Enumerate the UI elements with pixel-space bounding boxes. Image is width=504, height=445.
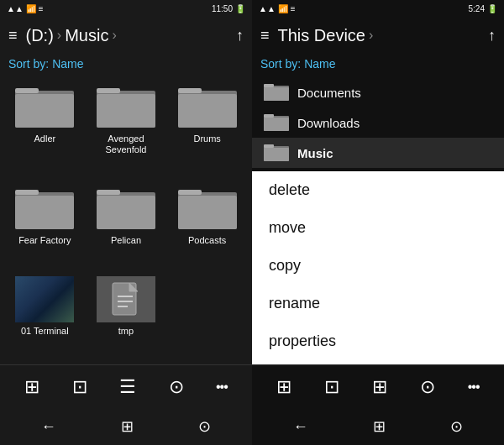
- svg-rect-31: [264, 144, 274, 148]
- left-toolbar-more-icon[interactable]: •••: [216, 380, 228, 395]
- right-toolbar-more-icon[interactable]: •••: [468, 380, 480, 395]
- folder-drums[interactable]: Drums: [171, 84, 244, 177]
- right-breadcrumb: This Device ›: [278, 26, 488, 45]
- right-toolbar-apps-icon[interactable]: ⊞: [372, 376, 387, 398]
- folder-documents-icon: [264, 82, 289, 102]
- right-breadcrumb-sep: ›: [369, 28, 373, 43]
- folder-adler-label: Adler: [34, 134, 55, 144]
- folder-fearfactory[interactable]: Fear Factory: [8, 186, 81, 268]
- left-status-left: ▲▲ 📶 ≡: [7, 4, 44, 13]
- left-status-right: 11:50 🔋: [212, 4, 245, 13]
- left-nav-search-icon[interactable]: ⊙: [198, 417, 211, 436]
- left-toolbar-grid-icon[interactable]: ⊡: [72, 376, 87, 398]
- right-signal-icon: ▲▲: [259, 4, 276, 13]
- svg-rect-16: [178, 196, 237, 229]
- left-folder-grid: Adler AvengedSevenfold Dru: [0, 77, 252, 364]
- right-menu-icon[interactable]: ≡: [260, 27, 270, 44]
- svg-rect-1: [15, 94, 74, 128]
- folder-music[interactable]: Music: [252, 138, 504, 168]
- left-time: 11:50: [212, 4, 233, 13]
- folder-music-icon: [264, 143, 289, 163]
- context-menu-rename[interactable]: rename: [252, 285, 504, 322]
- file-terminal-preview: [15, 276, 74, 322]
- right-status-bar: ▲▲ 📶 ≡ 5:24 🔋: [252, 0, 504, 17]
- right-up-button[interactable]: ↑: [488, 27, 496, 44]
- left-panel: ▲▲ 📶 ≡ 11:50 🔋 ≡ (D:) › Music › ↑ Sort b…: [0, 0, 252, 445]
- left-breadcrumb-drive[interactable]: (D:): [26, 26, 54, 45]
- svg-rect-4: [97, 94, 155, 128]
- left-breadcrumb-sep1: ›: [57, 28, 61, 43]
- folder-pelican[interactable]: Pelican: [90, 186, 163, 268]
- right-nav-home-icon[interactable]: ⊞: [373, 417, 386, 436]
- right-sort-value[interactable]: Name: [304, 57, 335, 71]
- folder-fearfactory-icon: [15, 186, 74, 232]
- svg-rect-8: [178, 88, 202, 93]
- left-menu-icon[interactable]: ≡: [8, 27, 18, 44]
- svg-rect-27: [264, 118, 289, 131]
- left-toolbar-search-icon[interactable]: ⊙: [169, 376, 184, 398]
- folder-documents[interactable]: Documents: [252, 77, 504, 107]
- left-nav-back-icon[interactable]: ←: [41, 418, 56, 436]
- context-menu-delete[interactable]: delete: [252, 171, 504, 209]
- right-status-left: ▲▲ 📶 ≡: [259, 4, 296, 13]
- folder-avenged-label: AvengedSevenfold: [106, 134, 147, 155]
- right-toolbar-list-icon[interactable]: ⊞: [276, 376, 291, 398]
- left-battery-icon: 🔋: [235, 4, 245, 13]
- folder-downloads[interactable]: Downloads: [252, 107, 504, 138]
- folder-music-label: Music: [297, 146, 333, 160]
- right-nav-bar: ← ⊞ ⊙: [252, 408, 504, 445]
- svg-rect-2: [15, 88, 39, 93]
- file-tmp[interactable]: tmp: [90, 276, 163, 358]
- context-menu-properties[interactable]: properties: [252, 322, 504, 360]
- folder-adler[interactable]: Adler: [8, 84, 81, 177]
- right-bottom-bar: ⊞ ⊡ ⊞ ⊙ •••: [252, 364, 504, 408]
- svg-rect-7: [178, 94, 237, 128]
- left-nav-bar: ← ⊞ ⊙: [0, 408, 252, 445]
- right-nav-back-icon[interactable]: ←: [293, 418, 308, 436]
- folder-podcasts[interactable]: Podcasts: [171, 186, 244, 268]
- svg-rect-24: [264, 87, 289, 101]
- left-signal-icon: ▲▲: [7, 4, 24, 13]
- context-menu-copy[interactable]: copy: [252, 247, 504, 285]
- svg-rect-11: [15, 190, 39, 195]
- left-nav-home-icon[interactable]: ⊞: [121, 417, 134, 436]
- folder-drums-icon: [178, 84, 237, 130]
- left-up-button[interactable]: ↑: [236, 27, 244, 44]
- folder-avenged-icon: [97, 84, 155, 130]
- folder-podcasts-icon: [178, 186, 237, 232]
- right-toolbar-grid-icon[interactable]: ⊡: [324, 376, 339, 398]
- file-terminal-thumb: [15, 276, 74, 322]
- left-toolbar-menu-icon[interactable]: ☰: [119, 376, 136, 398]
- svg-rect-30: [264, 148, 289, 161]
- folder-drums-label: Drums: [193, 134, 220, 144]
- folder-downloads-icon: [264, 113, 289, 133]
- file-terminal[interactable]: 01 Terminal: [8, 276, 81, 358]
- folder-downloads-label: Downloads: [297, 116, 360, 130]
- left-breadcrumb-folder[interactable]: Music: [65, 26, 108, 45]
- folder-pelican-icon: [97, 186, 155, 232]
- right-sort-bar: Sort by: Name: [252, 54, 504, 74]
- folder-fearfactory-label: Fear Factory: [18, 235, 71, 246]
- context-menu-move[interactable]: move: [252, 209, 504, 247]
- right-breadcrumb-title[interactable]: This Device: [278, 26, 365, 45]
- right-battery-icon: 🔋: [487, 4, 497, 13]
- left-breadcrumb-sep2: ›: [112, 28, 116, 43]
- right-panel: ▲▲ 📶 ≡ 5:24 🔋 ≡ This Device › ↑ Sort by:…: [252, 0, 504, 445]
- folder-avenged[interactable]: AvengedSevenfold: [90, 84, 163, 177]
- left-data-icon: ≡: [39, 4, 44, 13]
- left-breadcrumb: (D:) › Music ›: [26, 26, 236, 45]
- left-sort-value[interactable]: Name: [52, 57, 83, 71]
- right-header: ≡ This Device › ↑: [252, 17, 504, 54]
- right-nav-search-icon[interactable]: ⊙: [450, 417, 463, 436]
- svg-rect-28: [264, 114, 274, 118]
- right-sort-label: Sort by:: [260, 57, 304, 71]
- folder-adler-icon: [15, 84, 74, 130]
- svg-rect-5: [97, 88, 120, 93]
- left-toolbar-list-icon[interactable]: ⊞: [24, 376, 39, 398]
- left-status-bar: ▲▲ 📶 ≡ 11:50 🔋: [0, 0, 252, 17]
- left-sort-label: Sort by:: [8, 57, 52, 71]
- svg-rect-10: [15, 196, 74, 229]
- right-toolbar-search-icon[interactable]: ⊙: [420, 376, 435, 398]
- file-tmp-label: tmp: [118, 326, 134, 336]
- svg-rect-13: [97, 196, 155, 229]
